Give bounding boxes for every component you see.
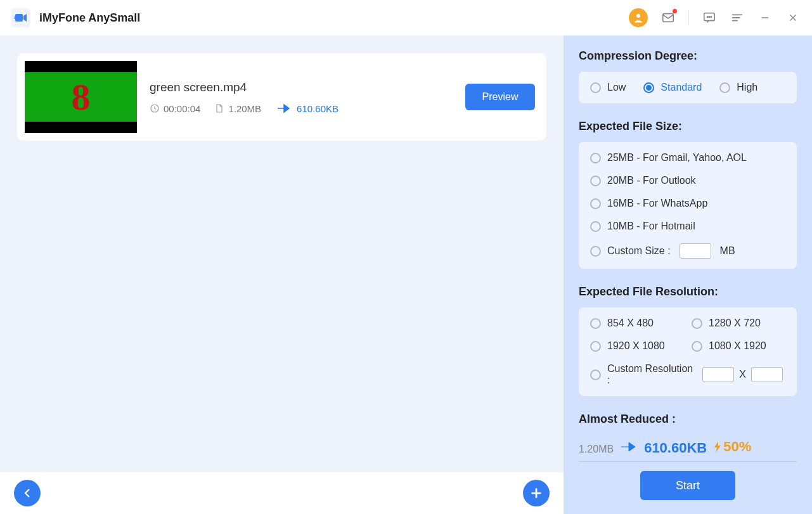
mail-icon[interactable] xyxy=(661,10,676,25)
reduced-title: Almost Reduced : xyxy=(579,413,797,426)
svg-point-5 xyxy=(707,16,708,17)
reduced-summary: 1.20MB 610.60KB 50% xyxy=(579,439,797,462)
svg-point-2 xyxy=(636,14,640,18)
res-1080x1920[interactable]: 1080 X 1920 xyxy=(692,340,785,352)
expected-size-title: Expected File Size: xyxy=(579,120,797,133)
plus-icon xyxy=(529,486,543,500)
svg-rect-1 xyxy=(14,16,16,19)
settings-panel: Compression Degree: Low Standard High Ex… xyxy=(564,35,812,514)
resolution-options: 854 X 480 1280 X 720 1920 X 1080 1080 X … xyxy=(579,307,797,396)
file-list-panel: 8 green screen.mp4 00:00:04 1.20MB 610. xyxy=(0,35,564,514)
reduced-from: 1.20MB xyxy=(579,444,614,455)
add-file-button[interactable] xyxy=(523,480,550,506)
titlebar: iMyFone AnySmall xyxy=(0,0,812,35)
titlebar-divider xyxy=(688,11,689,25)
video-thumbnail: 8 xyxy=(25,61,137,133)
svg-point-7 xyxy=(711,16,711,17)
res-854x480[interactable]: 854 X 480 xyxy=(590,318,692,329)
video-duration: 00:00:04 xyxy=(150,103,200,114)
arrow-right-icon xyxy=(276,103,292,113)
size-option-10mb[interactable]: 10MB - For Hotmail xyxy=(590,221,785,232)
titlebar-actions xyxy=(629,8,801,27)
compression-high[interactable]: High xyxy=(719,82,757,93)
feedback-icon[interactable] xyxy=(702,10,717,25)
reduced-to: 610.60KB xyxy=(644,440,707,456)
output-size: 610.60KB xyxy=(275,103,338,114)
video-filename: green screen.mp4 xyxy=(150,80,453,94)
bolt-icon xyxy=(713,441,722,453)
video-size: 1.20MB xyxy=(214,103,261,114)
custom-res-height[interactable] xyxy=(751,367,783,382)
app-title: iMyFone AnySmall xyxy=(39,11,140,25)
bottom-toolbar xyxy=(0,472,564,514)
resolution-title: Expected File Resolution: xyxy=(579,285,797,299)
chevron-left-icon xyxy=(22,487,33,499)
res-custom[interactable]: Custom Resolution : X xyxy=(590,363,785,386)
size-option-custom[interactable]: Custom Size : MB xyxy=(590,243,785,259)
thumb-content: 8 xyxy=(25,72,137,122)
user-avatar-icon[interactable] xyxy=(629,8,648,27)
compression-standard[interactable]: Standard xyxy=(643,82,702,93)
back-button[interactable] xyxy=(14,480,41,506)
clock-icon xyxy=(150,103,160,113)
custom-size-input[interactable] xyxy=(680,243,711,259)
size-option-25mb[interactable]: 25MB - For Gmail, Yahoo, AOL xyxy=(590,152,785,164)
compression-low[interactable]: Low xyxy=(590,82,626,93)
reduced-pct: 50% xyxy=(713,439,751,455)
compression-title: Compression Degree: xyxy=(579,49,797,63)
app-icon xyxy=(11,8,30,27)
custom-res-width[interactable] xyxy=(702,367,734,382)
preview-button[interactable]: Preview xyxy=(465,84,535,110)
expected-size-options: 25MB - For Gmail, Yahoo, AOL 20MB - For … xyxy=(579,142,797,269)
res-1280x720[interactable]: 1280 X 720 xyxy=(692,318,785,329)
size-option-16mb[interactable]: 16MB - For WhatsApp xyxy=(590,198,785,209)
res-1920x1080[interactable]: 1920 X 1080 xyxy=(590,340,692,352)
start-button[interactable]: Start xyxy=(640,471,735,500)
arrow-right-icon xyxy=(620,441,638,453)
menu-icon[interactable] xyxy=(730,10,745,25)
size-option-20mb[interactable]: 20MB - For Outlook xyxy=(590,175,785,186)
file-icon xyxy=(214,103,224,113)
mail-notification-dot xyxy=(673,9,677,13)
video-card: 8 green screen.mp4 00:00:04 1.20MB 610. xyxy=(17,53,546,141)
close-button[interactable] xyxy=(785,10,801,25)
svg-point-6 xyxy=(709,16,709,17)
compression-options: Low Standard High xyxy=(579,72,797,103)
minimize-button[interactable] xyxy=(757,10,773,25)
